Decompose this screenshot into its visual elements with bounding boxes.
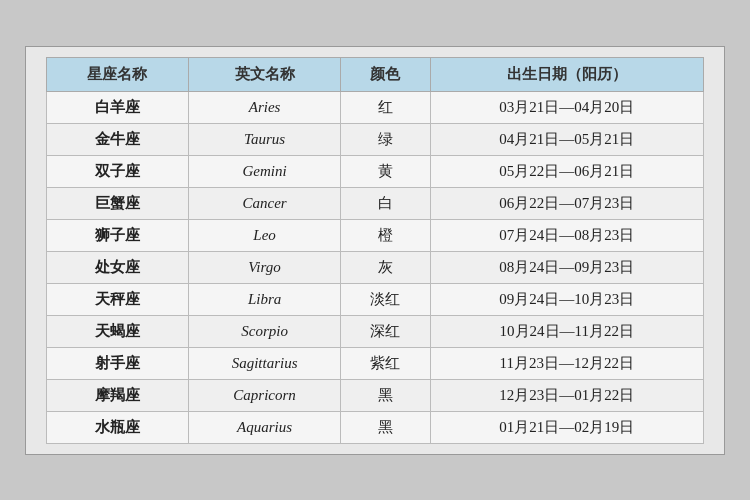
cell-color: 黑: [341, 411, 430, 443]
table-row: 天蝎座Scorpio深红10月24日—11月22日: [47, 315, 704, 347]
cell-color: 白: [341, 187, 430, 219]
cell-chinese: 巨蟹座: [47, 187, 189, 219]
cell-color: 绿: [341, 123, 430, 155]
cell-color: 灰: [341, 251, 430, 283]
cell-chinese: 处女座: [47, 251, 189, 283]
cell-english: Sagittarius: [188, 347, 340, 379]
cell-dates: 11月23日—12月22日: [430, 347, 703, 379]
cell-chinese: 射手座: [47, 347, 189, 379]
table-row: 处女座Virgo灰08月24日—09月23日: [47, 251, 704, 283]
table-container: 星座名称 英文名称 颜色 出生日期（阳历） 白羊座Aries红03月21日—04…: [25, 46, 725, 455]
table-row: 摩羯座Capricorn黑12月23日—01月22日: [47, 379, 704, 411]
cell-english: Scorpio: [188, 315, 340, 347]
cell-dates: 10月24日—11月22日: [430, 315, 703, 347]
cell-english: Aquarius: [188, 411, 340, 443]
cell-color: 橙: [341, 219, 430, 251]
cell-chinese: 天蝎座: [47, 315, 189, 347]
table-row: 双子座Gemini黄05月22日—06月21日: [47, 155, 704, 187]
cell-dates: 09月24日—10月23日: [430, 283, 703, 315]
table-row: 射手座Sagittarius紫红11月23日—12月22日: [47, 347, 704, 379]
cell-dates: 03月21日—04月20日: [430, 91, 703, 123]
table-row: 水瓶座Aquarius黑01月21日—02月19日: [47, 411, 704, 443]
cell-english: Taurus: [188, 123, 340, 155]
cell-dates: 12月23日—01月22日: [430, 379, 703, 411]
table-row: 白羊座Aries红03月21日—04月20日: [47, 91, 704, 123]
cell-english: Gemini: [188, 155, 340, 187]
table-header-row: 星座名称 英文名称 颜色 出生日期（阳历）: [47, 57, 704, 91]
cell-chinese: 狮子座: [47, 219, 189, 251]
cell-chinese: 摩羯座: [47, 379, 189, 411]
cell-chinese: 白羊座: [47, 91, 189, 123]
cell-color: 黄: [341, 155, 430, 187]
cell-color: 黑: [341, 379, 430, 411]
cell-english: Capricorn: [188, 379, 340, 411]
cell-chinese: 双子座: [47, 155, 189, 187]
cell-english: Leo: [188, 219, 340, 251]
table-row: 金牛座Taurus绿04月21日—05月21日: [47, 123, 704, 155]
cell-dates: 05月22日—06月21日: [430, 155, 703, 187]
cell-english: Libra: [188, 283, 340, 315]
cell-english: Cancer: [188, 187, 340, 219]
cell-color: 紫红: [341, 347, 430, 379]
header-chinese: 星座名称: [47, 57, 189, 91]
cell-color: 深红: [341, 315, 430, 347]
cell-dates: 04月21日—05月21日: [430, 123, 703, 155]
header-color: 颜色: [341, 57, 430, 91]
table-row: 巨蟹座Cancer白06月22日—07月23日: [47, 187, 704, 219]
cell-chinese: 天秤座: [47, 283, 189, 315]
header-dates: 出生日期（阳历）: [430, 57, 703, 91]
header-english: 英文名称: [188, 57, 340, 91]
cell-color: 淡红: [341, 283, 430, 315]
table-row: 天秤座Libra淡红09月24日—10月23日: [47, 283, 704, 315]
cell-dates: 07月24日—08月23日: [430, 219, 703, 251]
cell-dates: 06月22日—07月23日: [430, 187, 703, 219]
cell-english: Aries: [188, 91, 340, 123]
table-row: 狮子座Leo橙07月24日—08月23日: [47, 219, 704, 251]
cell-dates: 01月21日—02月19日: [430, 411, 703, 443]
cell-color: 红: [341, 91, 430, 123]
zodiac-table: 星座名称 英文名称 颜色 出生日期（阳历） 白羊座Aries红03月21日—04…: [46, 57, 704, 444]
cell-english: Virgo: [188, 251, 340, 283]
cell-chinese: 水瓶座: [47, 411, 189, 443]
cell-chinese: 金牛座: [47, 123, 189, 155]
cell-dates: 08月24日—09月23日: [430, 251, 703, 283]
